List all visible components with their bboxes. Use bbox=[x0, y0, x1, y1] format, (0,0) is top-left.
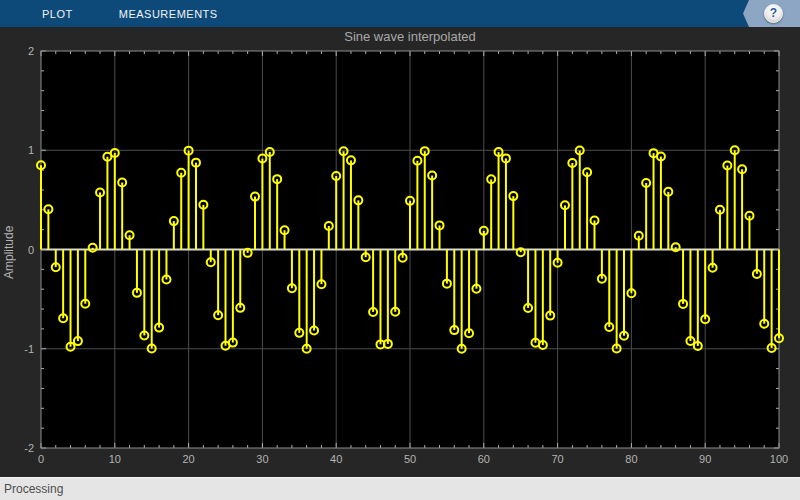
x-tick-label: 30 bbox=[256, 453, 268, 465]
tab-measurements[interactable]: MEASUREMENTS bbox=[119, 8, 218, 20]
x-tick-label: 70 bbox=[551, 453, 563, 465]
status-text: Processing bbox=[4, 482, 63, 496]
y-tick-label: 2 bbox=[28, 45, 34, 57]
x-tick-label: 80 bbox=[625, 453, 637, 465]
x-tick-label: 20 bbox=[182, 453, 194, 465]
question-icon: ? bbox=[770, 6, 777, 20]
scope-window: PLOT MEASUREMENTS ? Sine wave interpolat… bbox=[0, 0, 800, 500]
x-tick-label: 50 bbox=[404, 453, 416, 465]
y-tick-label: -1 bbox=[24, 343, 34, 355]
help-banner: ? bbox=[743, 0, 800, 27]
y-tick-label: 1 bbox=[28, 144, 34, 156]
x-tick-label: 100 bbox=[770, 453, 788, 465]
tab-plot[interactable]: PLOT bbox=[42, 8, 73, 20]
help-button[interactable]: ? bbox=[764, 4, 783, 23]
y-tick-label: -2 bbox=[24, 442, 34, 454]
plot-area[interactable]: 0102030405060708090100-2-1012 bbox=[0, 27, 800, 477]
x-tick-label: 10 bbox=[109, 453, 121, 465]
toolstrip: PLOT MEASUREMENTS ? bbox=[0, 0, 800, 27]
y-tick-label: 0 bbox=[28, 244, 34, 256]
plot-region: Sine wave interpolated Amplitude 0102030… bbox=[0, 27, 800, 477]
x-tick-label: 0 bbox=[38, 453, 44, 465]
x-tick-label: 90 bbox=[699, 453, 711, 465]
y-axis-label: Amplitude bbox=[2, 27, 15, 477]
plot-title: Sine wave interpolated bbox=[41, 30, 779, 44]
status-bar: Processing bbox=[0, 477, 800, 500]
x-tick-label: 60 bbox=[478, 453, 490, 465]
x-tick-label: 40 bbox=[330, 453, 342, 465]
